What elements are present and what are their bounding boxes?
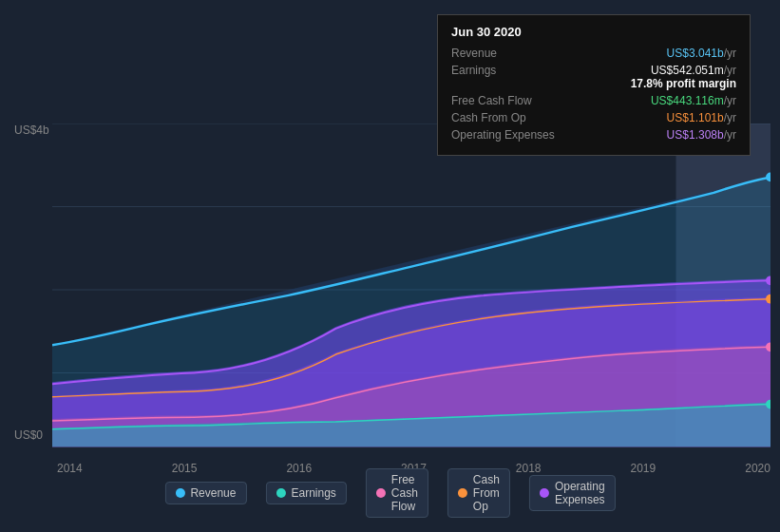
tooltip-cashfromop-row: Cash From Op US$1.101b/yr xyxy=(451,111,736,124)
earnings-dot xyxy=(276,488,285,498)
tooltip-cashfromop-label: Cash From Op xyxy=(451,111,565,124)
tooltip-opex-value: US$1.308b/yr xyxy=(667,128,736,142)
legend-fcf[interactable]: Free Cash Flow xyxy=(366,468,428,518)
revenue-dot xyxy=(175,488,184,498)
legend: Revenue Earnings Free Cash Flow Cash Fro… xyxy=(164,468,615,518)
legend-cashfromop[interactable]: Cash From Op xyxy=(447,468,510,518)
legend-opex[interactable]: Operating Expenses xyxy=(529,475,616,511)
y-axis-bottom: US$0 xyxy=(14,428,43,442)
tooltip-revenue-label: Revenue xyxy=(451,47,565,60)
tooltip-fcf-value: US$443.116m/yr xyxy=(651,94,736,107)
tooltip-earnings-value: US$542.051m/yr 17.8% profit margin xyxy=(631,64,736,90)
y-axis-top: US$4b xyxy=(14,124,49,137)
opex-dot xyxy=(540,488,549,498)
legend-revenue-label: Revenue xyxy=(190,486,236,500)
legend-earnings[interactable]: Earnings xyxy=(265,482,346,504)
tooltip-cashfromop-value: US$1.101b/yr xyxy=(667,111,736,124)
legend-opex-label: Operating Expenses xyxy=(555,480,605,506)
x-label-2014: 2014 xyxy=(57,462,83,475)
chart-container: Jun 30 2020 Revenue US$3.041b/yr Earning… xyxy=(0,0,780,532)
tooltip-fcf-label: Free Cash Flow xyxy=(451,94,565,107)
tooltip-earnings-label: Earnings xyxy=(451,64,565,77)
tooltip: Jun 30 2020 Revenue US$3.041b/yr Earning… xyxy=(437,14,751,156)
x-label-2019: 2019 xyxy=(631,462,656,475)
legend-fcf-label: Free Cash Flow xyxy=(391,473,418,513)
tooltip-revenue-value: US$3.041b/yr xyxy=(667,47,736,60)
tooltip-profit-margin: 17.8% profit margin xyxy=(631,77,736,90)
fcf-dot xyxy=(376,488,386,498)
tooltip-date: Jun 30 2020 xyxy=(451,25,736,39)
x-label-2020: 2020 xyxy=(745,462,770,475)
chart-svg xyxy=(52,124,770,456)
legend-earnings-label: Earnings xyxy=(291,486,335,500)
legend-cashfromop-label: Cash From Op xyxy=(473,473,500,513)
tooltip-revenue-row: Revenue US$3.041b/yr xyxy=(451,47,736,60)
tooltip-opex-row: Operating Expenses US$1.308b/yr xyxy=(451,128,736,142)
tooltip-earnings-row: Earnings US$542.051m/yr 17.8% profit mar… xyxy=(451,64,736,90)
tooltip-fcf-row: Free Cash Flow US$443.116m/yr xyxy=(451,94,736,107)
cashfromop-dot xyxy=(458,488,467,498)
tooltip-opex-label: Operating Expenses xyxy=(451,128,565,142)
legend-revenue[interactable]: Revenue xyxy=(164,482,246,504)
